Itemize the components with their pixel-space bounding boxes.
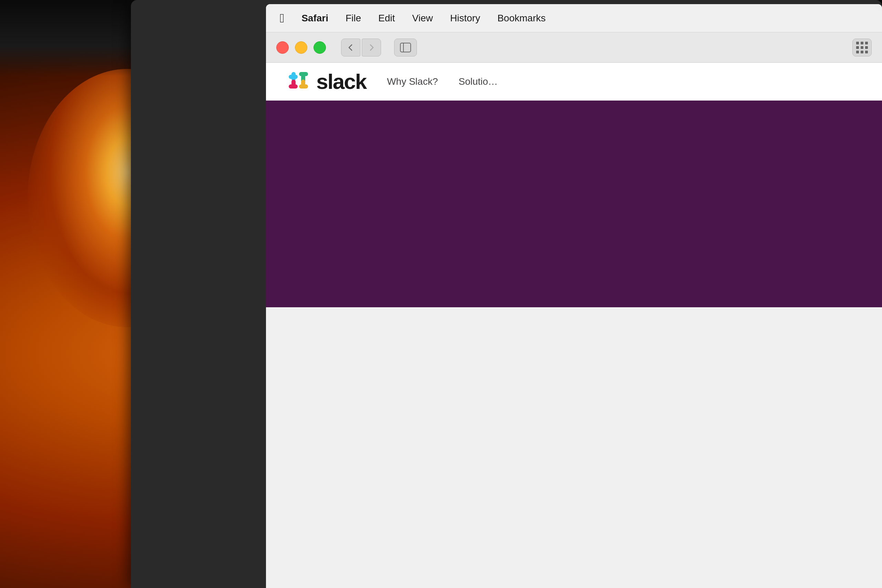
bookmarks-menu[interactable]: Bookmarks <box>498 13 546 24</box>
traffic-lights <box>276 41 326 54</box>
menubar:  Safari File Edit View History Bookmark… <box>266 4 882 32</box>
svg-rect-10 <box>296 80 300 84</box>
why-slack-link[interactable]: Why Slack? <box>387 76 438 87</box>
forward-button[interactable] <box>362 39 381 57</box>
screen:  Safari File Edit View History Bookmark… <box>266 4 882 588</box>
maximize-button[interactable] <box>314 41 326 54</box>
laptop-bezel:  Safari File Edit View History Bookmark… <box>131 0 882 588</box>
close-button[interactable] <box>276 41 289 54</box>
slack-navbar: slack Why Slack? Solutio… <box>266 63 882 100</box>
minimize-button[interactable] <box>295 41 308 54</box>
svg-rect-0 <box>400 43 411 52</box>
safari-menu[interactable]: Safari <box>302 13 328 24</box>
view-menu[interactable]: View <box>412 13 433 24</box>
hero-section <box>266 100 882 307</box>
grid-apps-button[interactable] <box>852 39 872 57</box>
slack-logo-text: slack <box>316 69 366 94</box>
slack-icon <box>286 70 310 93</box>
apple-menu[interactable]:  <box>280 11 284 26</box>
svg-rect-9 <box>291 80 296 88</box>
solutions-link[interactable]: Solutio… <box>459 76 498 87</box>
website-content: slack Why Slack? Solutio… <box>266 63 882 307</box>
browser-toolbar <box>266 32 882 63</box>
file-menu[interactable]: File <box>346 13 361 24</box>
edit-menu[interactable]: Edit <box>378 13 395 24</box>
sidebar-toggle-button[interactable] <box>394 39 417 57</box>
grid-icon <box>856 42 868 53</box>
history-menu[interactable]: History <box>450 13 480 24</box>
nav-buttons <box>341 39 381 57</box>
back-button[interactable] <box>341 39 360 57</box>
slack-logo-area: slack <box>286 69 366 94</box>
svg-rect-7 <box>301 80 305 88</box>
